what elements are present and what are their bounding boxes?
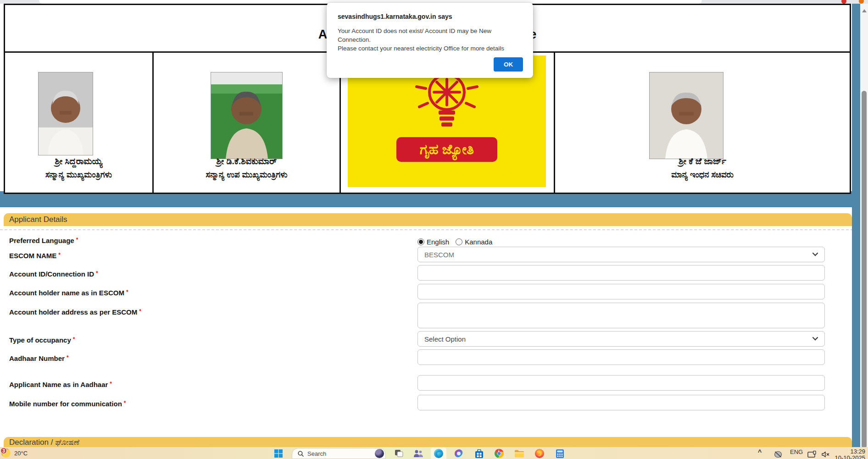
firefox-icon [535, 449, 544, 458]
radio-kannada-label[interactable]: Kannada [465, 238, 492, 246]
applicant-name-label: Applicant Name as in Aadhaar* [9, 381, 112, 388]
teams-icon [414, 450, 423, 457]
preferred-language-group: English Kannada [417, 237, 825, 246]
aadhaar-label: Aadhaar Number* [9, 354, 69, 362]
account-id-input[interactable] [417, 265, 825, 281]
official-cell-dcm: ಶ್ರೀ ಡಿ.ಕೆ.ಶಿವಕುಮಾರ್ ಸನ್ಮಾನ್ಯ ಉಪ ಮುಖ್ಯಮಂ… [154, 53, 341, 193]
cm-designation: ಸನ್ಮಾನ್ಯ ಮುಖ್ಯಮಂತ್ರಿಗಳು [5, 170, 152, 180]
minister-name: ಶ್ರೀ ಕೆ ಜೆ ಜಾರ್ಜ್ [555, 156, 868, 166]
bell-off-icon [774, 451, 782, 458]
alert-message-line1: Your Account ID does not exist/ Account … [338, 27, 522, 44]
holder-address-label: Account holder address as per ESCOM* [9, 308, 141, 316]
declaration-header: Declaration / ಘೋಷಣೆ [4, 437, 852, 448]
scrollbar-thumb[interactable] [862, 91, 867, 448]
microsoft-store-icon [475, 449, 484, 458]
weather-icon: 3 [1, 448, 11, 458]
holder-address-textarea[interactable] [417, 303, 825, 328]
search-placeholder: Search [307, 450, 375, 457]
temperature-label: 20°C [14, 450, 28, 457]
applicant-details-header: Applicant Details [4, 213, 852, 226]
dcm-name: ಶ್ರೀ ಡಿ.ಕೆ.ಶಿವಕುಮಾರ್ [154, 156, 339, 166]
extension-icon [859, 0, 864, 4]
touch-keyboard-button[interactable] [807, 449, 818, 459]
weather-widget[interactable]: 3 20°C [1, 448, 28, 458]
edge-icon [434, 449, 443, 458]
bing-daily-image-icon [375, 449, 384, 458]
occupancy-select-value: Select Option [424, 335, 466, 343]
file-explorer-icon [515, 450, 524, 458]
extension-badge-icon [841, 0, 846, 4]
chrome-button[interactable] [494, 448, 505, 459]
calculator-icon [556, 449, 564, 458]
clock-widget[interactable]: 13:29 10-10-2025 [825, 448, 865, 459]
occupancy-select[interactable]: Select Option [417, 331, 825, 347]
cm-name: ಶ್ರೀ ಸಿದ್ದರಾಮಯ್ಯ [5, 156, 152, 166]
windows-start-icon [274, 449, 283, 458]
radio-kannada[interactable] [456, 238, 462, 245]
alert-dialog: sevasindhugs1.karnataka.gov.in says Your… [327, 3, 533, 78]
clock-time: 13:29 [825, 448, 865, 455]
account-id-label: Account ID/Connection ID* [9, 270, 98, 278]
escom-name-label: ESCOM NAME* [9, 252, 61, 260]
preferred-language-label: Preferred Language* [9, 237, 78, 244]
task-view-button[interactable] [394, 448, 405, 459]
occupancy-label: Type of occupancy* [9, 336, 75, 344]
copilot-icon [454, 449, 463, 458]
declaration-title: Declaration / ಘೋಷಣೆ [9, 438, 79, 447]
dcm-designation: ಸನ್ಮಾನ್ಯ ಉಪ ಮುಖ್ಯಮಂತ್ರಿಗಳು [154, 170, 339, 180]
taskbar-search[interactable]: Search [292, 448, 386, 459]
dcm-photo [211, 72, 283, 159]
radio-english-label[interactable]: English [427, 238, 449, 246]
file-explorer-button[interactable] [514, 448, 525, 459]
official-cell-cm: ಶ್ರೀ ಸಿದ್ದರಾಮಯ್ಯ ಸನ್ಮಾನ್ಯ ಮುಖ್ಯಮಂತ್ರಿಗಳು [5, 53, 154, 193]
chevron-down-icon [812, 253, 818, 256]
tray-overflow-chevron[interactable]: ^ [758, 448, 762, 456]
vertical-scrollbar[interactable] [860, 4, 868, 459]
ok-button[interactable]: OK [494, 57, 523, 72]
edge-button[interactable] [433, 448, 444, 459]
mobile-input[interactable] [417, 395, 825, 410]
radio-english[interactable] [417, 238, 424, 245]
chevron-down-icon [812, 337, 818, 341]
taskbar: 3 20°C Search [0, 447, 868, 459]
teams-button[interactable] [413, 448, 424, 459]
task-view-icon [395, 450, 403, 457]
applicant-details-title: Applicant Details [9, 215, 67, 224]
mobile-label: Mobile number for communication* [9, 400, 126, 408]
store-button[interactable] [473, 448, 484, 459]
notification-badge: 3 [0, 448, 7, 454]
minister-designation: ಮಾನ್ಯ ಇಂಧನ ಸಚಿವರು [555, 170, 868, 180]
monitor-pen-icon [807, 451, 817, 458]
aadhaar-input[interactable] [417, 349, 825, 365]
do-not-disturb-button[interactable] [773, 449, 784, 459]
alert-message-line2: Please contact your nearest electricity … [338, 44, 522, 53]
start-button[interactable] [273, 448, 284, 459]
holder-name-input[interactable] [417, 284, 825, 299]
alert-source: sevasindhugs1.karnataka.gov.in says [338, 13, 522, 20]
page-right-blue-edge [852, 4, 860, 459]
clock-date: 10-10-2025 [825, 455, 865, 459]
calculator-button[interactable] [554, 448, 565, 459]
escom-select-value: BESCOM [424, 251, 454, 259]
escom-select[interactable]: BESCOM [417, 247, 825, 262]
holder-name-label: Account holder name as in ESCOM* [9, 289, 128, 297]
firefox-button[interactable] [534, 448, 545, 459]
search-icon [298, 451, 304, 457]
copilot-button[interactable] [453, 448, 464, 459]
applicant-name-input[interactable] [417, 375, 825, 391]
scheme-logo-text: ಗೃಹ ಜ್ಯೋತಿ [396, 137, 497, 162]
official-cell-minister: ಶ್ರೀ ಕೆ ಜೆ ಜಾರ್ಜ್ ಮಾನ್ಯ ಇಂಧನ ಸಚಿವರು [555, 53, 850, 193]
minister-photo [649, 72, 723, 159]
chrome-icon [495, 449, 504, 458]
language-indicator[interactable]: ENG [790, 448, 803, 455]
scroll-up-arrow-icon[interactable] [862, 9, 867, 12]
section-separator [0, 229, 853, 230]
cm-photo [38, 72, 93, 155]
